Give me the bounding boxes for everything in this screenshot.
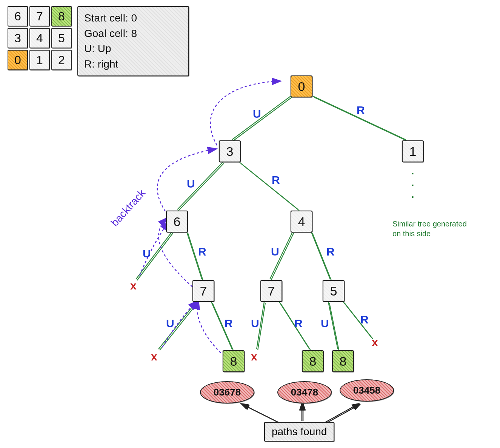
node-8-b: 8 (302, 350, 324, 372)
edge-3-4-R: R (272, 174, 280, 186)
cell-2: 2 (51, 50, 72, 70)
edge-7b-x-U: U (251, 317, 259, 330)
legend-start: Start cell: 0 (84, 11, 182, 26)
dead-5R: x (372, 336, 378, 349)
edge-7b-8-R: R (294, 317, 303, 330)
cell-0-val: 0 (14, 53, 21, 67)
node-7-right: 7 (260, 280, 282, 302)
cell-3-val: 3 (14, 31, 21, 45)
path-03678-val: 03678 (214, 386, 241, 398)
cell-2-val: 2 (58, 53, 65, 67)
node-1-val: 1 (409, 144, 417, 159)
node-7-right-val: 7 (268, 284, 275, 299)
node-4: 4 (291, 211, 312, 232)
node-6: 6 (166, 211, 188, 232)
cell-1: 1 (29, 50, 50, 70)
path-oval-03478: 03478 (277, 381, 332, 403)
edge-3-6-U: U (187, 177, 195, 190)
paths-found-label: paths found (272, 426, 327, 438)
dead-7bU: x (251, 350, 257, 363)
cell-8-val: 8 (58, 9, 65, 23)
node-4-val: 4 (298, 214, 305, 229)
cell-6-val: 6 (14, 9, 21, 23)
node-7-left-val: 7 (200, 284, 207, 299)
node-3-val: 3 (226, 144, 234, 159)
legend-goal: Goal cell: 8 (84, 26, 182, 42)
dead-7aU: x (151, 350, 157, 363)
edge-4-7-U: U (271, 245, 279, 258)
path-oval-03458: 03458 (340, 379, 394, 402)
node-5: 5 (323, 280, 345, 302)
node-8-c-val: 8 (340, 354, 347, 369)
node-1: 1 (402, 140, 424, 162)
edge-6-x-U: U (143, 247, 151, 260)
edge-5-x-R: R (360, 313, 369, 326)
legend-up: U: Up (84, 41, 182, 57)
tree-note: Similar tree generated on this side (392, 219, 475, 239)
node-8-c: 8 (332, 350, 354, 372)
edge-7a-x-U: U (166, 317, 174, 330)
node-8-a-val: 8 (230, 354, 237, 369)
edge-6-7-R: R (198, 245, 206, 258)
path-oval-03678: 03678 (200, 381, 254, 403)
cell-1-val: 1 (36, 53, 43, 67)
node-3: 3 (219, 140, 241, 162)
cell-3: 3 (8, 28, 28, 48)
node-root-0: 0 (291, 75, 312, 97)
paths-arrows (242, 404, 360, 423)
cell-7: 7 (29, 6, 50, 26)
path-03478-val: 03478 (291, 386, 318, 398)
node-6-val: 6 (174, 214, 181, 229)
legend-right: R: right (84, 57, 182, 72)
edge-4-5-R: R (326, 245, 335, 258)
path-03458-val: 03458 (353, 385, 380, 396)
cell-8-goal: 8 (51, 6, 72, 26)
edge-0-3-U: U (253, 108, 261, 120)
cell-5-val: 5 (58, 31, 65, 45)
node-8-b-val: 8 (309, 354, 317, 369)
node-8-a: 8 (223, 350, 245, 372)
edge-0-1-R: R (357, 104, 365, 117)
edge-7a-8-R: R (225, 317, 233, 330)
legend-box: Start cell: 0 Goal cell: 8 U: Up R: righ… (77, 6, 189, 76)
cell-7-val: 7 (36, 9, 43, 23)
node-7-left: 7 (192, 280, 214, 302)
paths-found-box: paths found (264, 422, 334, 442)
node-5-val: 5 (330, 284, 337, 299)
cell-5: 5 (51, 28, 72, 48)
edge-5-8-U: U (321, 317, 329, 330)
node-root-0-val: 0 (298, 79, 305, 94)
ellipsis-dots: ··· (411, 168, 415, 203)
cell-4: 4 (29, 28, 50, 48)
dead-6U: x (130, 279, 137, 292)
cell-0-start: 0 (8, 50, 28, 70)
cell-4-val: 4 (36, 31, 43, 45)
diagram-canvas: { "grid": { "cells": [ {"v":"6"},{"v":"7… (0, 0, 500, 448)
cell-6: 6 (8, 6, 28, 26)
